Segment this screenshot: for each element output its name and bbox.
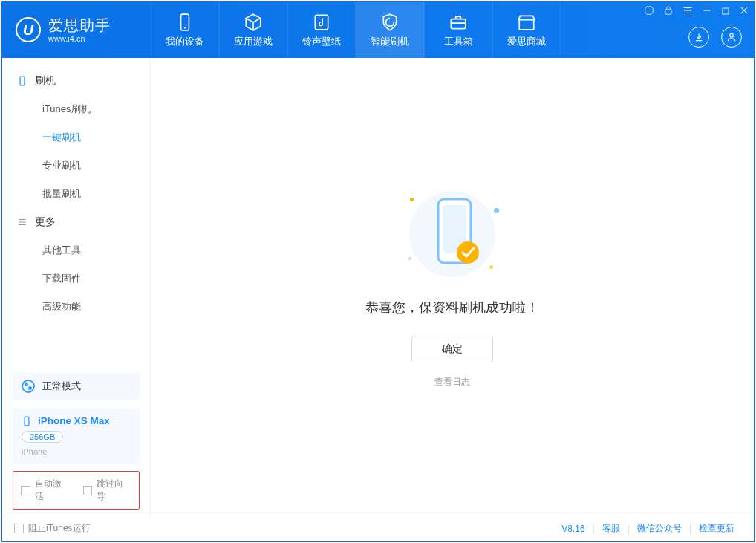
flash-options-row: 自动激活 跳过向导 [13,471,140,510]
app-url: www.i4.cn [48,34,111,44]
user-button[interactable] [721,27,742,48]
user-icon [726,32,737,42]
skip-guide-checkbox[interactable]: 跳过向导 [83,478,132,503]
minimize-button[interactable] [702,5,712,18]
sidebar-item-download-fw[interactable]: 下载固件 [2,264,150,293]
phone-icon [17,76,27,86]
sidebar-cat-more[interactable]: 更多 [2,208,150,236]
window-controls [644,5,749,18]
sidebar-item-onekey-flash[interactable]: 一键刷机 [2,123,150,152]
nav-label: 爱思商城 [507,35,546,48]
svg-rect-4 [665,10,671,14]
nav-label: 智能刷机 [371,35,409,48]
cat-label: 刷机 [35,74,56,88]
download-icon [694,32,704,42]
nav-ringtones[interactable]: 铃声壁纸 [287,2,356,58]
sidebar: 刷机 iTunes刷机 一键刷机 专业刷机 批量刷机 更多 其他工具 下载固件 … [2,58,151,516]
svg-point-6 [730,33,734,37]
list-icon [17,217,27,227]
success-message: 恭喜您，保资料刷机成功啦！ [365,299,539,316]
footer-link-wechat[interactable]: 微信公众号 [630,522,689,535]
footer: 阻止iTunes运行 V8.16 | 客服 | 微信公众号 | 检查更新 [2,516,754,541]
nav-apps[interactable]: 应用游戏 [219,2,287,58]
device-icon [22,416,32,426]
auto-activate-checkbox[interactable]: 自动激活 [21,478,70,503]
sidebar-item-batch-flash[interactable]: 批量刷机 [2,180,150,208]
footer-link-update[interactable]: 检查更新 [691,522,742,535]
view-log-link[interactable]: 查看日志 [365,376,539,388]
success-illustration [404,186,501,282]
toolbox-icon [449,13,468,32]
svg-point-1 [184,27,186,28]
store-icon [517,13,536,32]
top-nav: 我的设备 应用游戏 铃声壁纸 智能刷机 工具箱 爱思商城 [151,2,561,58]
feedback-icon[interactable] [644,5,654,18]
sidebar-cat-flash[interactable]: 刷机 [2,67,150,95]
app-title: 爱思助手 [48,17,111,34]
maximize-button[interactable] [721,6,730,18]
device-icon [175,13,195,32]
nav-my-device[interactable]: 我的设备 [151,2,219,58]
download-button[interactable] [688,27,709,48]
nav-label: 我的设备 [166,35,204,48]
version-label: V8.16 [561,524,592,534]
mode-card[interactable]: 正常模式 [13,372,140,400]
nav-label: 应用游戏 [234,35,273,48]
sidebar-item-advanced[interactable]: 高级功能 [2,293,150,321]
ok-button[interactable]: 确定 [411,336,493,362]
svg-rect-7 [20,77,25,85]
mode-label: 正常模式 [42,380,81,393]
nav-store[interactable]: 爱思商城 [492,2,561,58]
device-card[interactable]: iPhone XS Max 256GB iPhone [13,408,140,464]
device-name: iPhone XS Max [38,415,110,426]
close-button[interactable] [739,5,749,18]
mode-icon [22,380,35,393]
device-capacity: 256GB [22,431,63,443]
checkbox-label: 阻止iTunes运行 [28,522,91,535]
shield-icon [380,13,400,32]
header-right-buttons [688,27,742,48]
svg-point-12 [457,241,479,264]
sidebar-item-itunes-flash[interactable]: iTunes刷机 [2,95,150,123]
checkbox-icon [83,486,93,495]
cat-label: 更多 [35,215,56,229]
lock-icon[interactable] [663,5,674,18]
app-header: U 爱思助手 www.i4.cn 我的设备 应用游戏 铃声壁纸 智能刷机 [2,2,754,58]
svg-rect-8 [25,417,29,426]
main-panel: 恭喜您，保资料刷机成功啦！ 确定 查看日志 [151,58,754,516]
device-type: iPhone [22,447,131,456]
sidebar-item-other-tools[interactable]: 其他工具 [2,236,150,264]
logo-icon: U [16,17,41,42]
checkbox-icon [14,524,24,533]
nav-toolbox[interactable]: 工具箱 [424,2,492,58]
nav-label: 工具箱 [444,35,473,48]
nav-flash[interactable]: 智能刷机 [356,2,424,58]
svg-rect-3 [451,19,466,28]
sidebar-item-pro-flash[interactable]: 专业刷机 [2,152,150,180]
nav-label: 铃声壁纸 [302,35,341,48]
svg-rect-5 [723,8,729,14]
checkbox-icon [21,486,30,495]
svg-rect-2 [315,15,328,30]
success-pane: 恭喜您，保资料刷机成功啦！ 确定 查看日志 [365,186,539,388]
music-icon [312,13,331,32]
block-itunes-checkbox[interactable]: 阻止iTunes运行 [14,522,91,535]
cube-icon [244,13,263,32]
checkbox-label: 跳过向导 [97,478,131,503]
checkbox-label: 自动激活 [35,478,70,503]
menu-icon[interactable] [682,5,693,18]
footer-link-support[interactable]: 客服 [595,522,628,535]
logo: U 爱思助手 www.i4.cn [2,17,151,44]
